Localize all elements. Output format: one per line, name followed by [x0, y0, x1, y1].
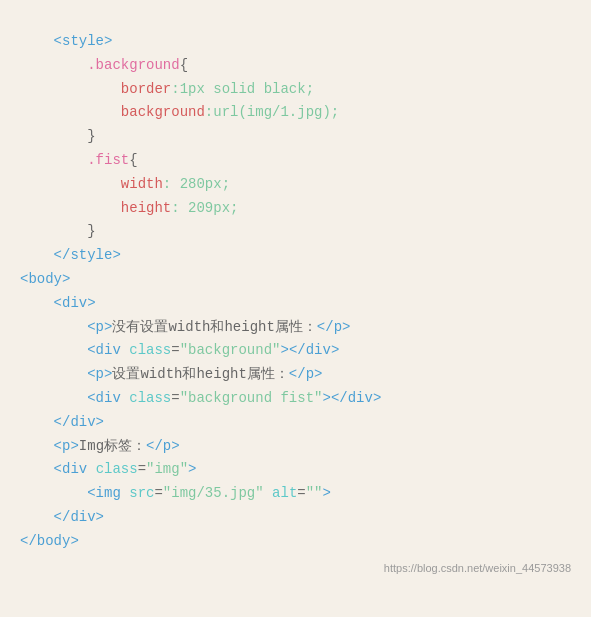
code-segment: > [188, 461, 196, 477]
code-line: background:url(img/1.jpg); [20, 101, 571, 125]
code-segment [20, 152, 87, 168]
code-segment [20, 57, 87, 73]
code-line: .background{ [20, 54, 571, 78]
code-segment: class [129, 342, 171, 358]
code-segment [20, 438, 54, 454]
code-segment [20, 390, 87, 406]
code-segment: </div> [54, 414, 104, 430]
code-segment: :1px solid black; [171, 81, 314, 97]
code-segment: Img标签： [79, 438, 146, 454]
code-segment: : 209px; [171, 200, 238, 216]
code-line: width: 280px; [20, 173, 571, 197]
watermark: https://blog.csdn.net/weixin_44573938 [384, 559, 571, 578]
code-segment: border [121, 81, 171, 97]
code-segment [20, 295, 54, 311]
code-segment: background [121, 104, 205, 120]
code-segment: = [297, 485, 305, 501]
code-segment: { [129, 152, 137, 168]
code-line: <img src="img/35.jpg" alt=""> [20, 482, 571, 506]
code-line: </div> [20, 411, 571, 435]
code-segment: "" [306, 485, 323, 501]
code-segment: </style> [54, 247, 121, 263]
code-segment [20, 81, 121, 97]
code-segment: "img" [146, 461, 188, 477]
code-segment: </p> [289, 366, 323, 382]
code-segment: <p> [54, 438, 79, 454]
code-segment [20, 319, 87, 335]
code-segment: <div [87, 342, 129, 358]
code-segment: "background fist" [180, 390, 323, 406]
code-line: .fist{ [20, 149, 571, 173]
code-segment [20, 247, 54, 263]
code-line: <body> [20, 268, 571, 292]
code-line: height: 209px; [20, 197, 571, 221]
code-segment: = [154, 485, 162, 501]
code-segment [20, 176, 121, 192]
code-segment: <p> [87, 366, 112, 382]
code-segment: > [323, 485, 331, 501]
code-segment: 设置width和height属性： [112, 366, 288, 382]
code-segment: </div> [54, 509, 104, 525]
code-line: <p>没有设置width和height属性：</p> [20, 316, 571, 340]
code-segment: class [129, 390, 171, 406]
code-segment [20, 223, 87, 239]
code-line: border:1px solid black; [20, 78, 571, 102]
code-line: </body> [20, 530, 571, 554]
code-line: <div class="background"></div> [20, 339, 571, 363]
code-line: } [20, 125, 571, 149]
code-segment [20, 128, 87, 144]
code-segment: src [129, 485, 154, 501]
code-segment: <div [87, 390, 129, 406]
code-segment: <div> [54, 295, 96, 311]
code-segment: alt [272, 485, 297, 501]
code-block: <style> .background{ border:1px solid bl… [10, 20, 581, 584]
code-line: <div class="background fist"></div> [20, 387, 571, 411]
code-segment [20, 33, 54, 49]
code-segment: <body> [20, 271, 70, 287]
code-line: <style> [20, 30, 571, 54]
code-segment [20, 414, 54, 430]
code-segment: </p> [146, 438, 180, 454]
code-segment: .fist [87, 152, 129, 168]
code-segment [20, 342, 87, 358]
code-segment: = [138, 461, 146, 477]
code-segment: } [87, 128, 95, 144]
code-line: <p>Img标签：</p> [20, 435, 571, 459]
code-segment: .background [87, 57, 179, 73]
code-segment: "img/35.jpg" [163, 485, 264, 501]
code-segment [20, 200, 121, 216]
code-segment: width [121, 176, 163, 192]
code-segment [20, 366, 87, 382]
code-segment [264, 485, 272, 501]
code-segment: <p> [87, 319, 112, 335]
code-line: </div> [20, 506, 571, 530]
code-segment: <style> [54, 33, 113, 49]
code-line: <div class="img"> [20, 458, 571, 482]
code-segment [20, 461, 54, 477]
code-segment: height [121, 200, 171, 216]
code-segment: } [87, 223, 95, 239]
code-segment: <img [87, 485, 129, 501]
code-segment [20, 485, 87, 501]
code-segment: : 280px; [163, 176, 230, 192]
code-line: <div> [20, 292, 571, 316]
code-segment: "background" [180, 342, 281, 358]
code-segment: <div [54, 461, 96, 477]
code-segment [20, 104, 121, 120]
code-segment: = [171, 390, 179, 406]
code-segment: class [96, 461, 138, 477]
code-line: <p>设置width和height属性：</p> [20, 363, 571, 387]
code-segment: </body> [20, 533, 79, 549]
code-segment: = [171, 342, 179, 358]
code-segment: </p> [317, 319, 351, 335]
code-segment: ></div> [322, 390, 381, 406]
code-line: </style> [20, 244, 571, 268]
code-segment: 没有设置width和height属性： [112, 319, 316, 335]
code-line: } [20, 220, 571, 244]
code-segment: ></div> [280, 342, 339, 358]
code-segment: { [180, 57, 188, 73]
code-segment [20, 509, 54, 525]
code-segment: :url(img/1.jpg); [205, 104, 339, 120]
